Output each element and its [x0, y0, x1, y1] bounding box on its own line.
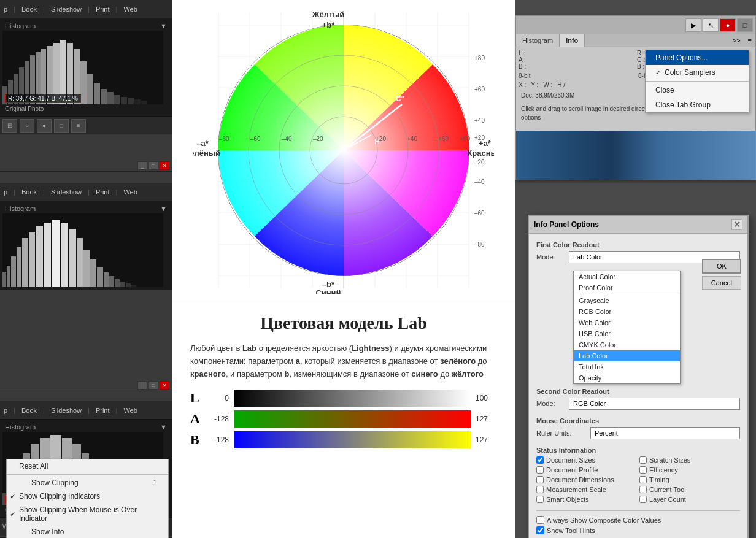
lr-menu-p-3[interactable]: p: [4, 407, 7, 414]
ps-tab-more[interactable]: >>: [729, 34, 744, 47]
lr-menu-print-2[interactable]: Print: [96, 188, 110, 196]
lab-title: Цветовая модель Lab: [190, 313, 497, 333]
close-btn-1[interactable]: ✕: [160, 161, 169, 170]
ruler-units-select[interactable]: Pixels Percent: [590, 427, 740, 439]
lab-bar-max-l: 100: [476, 394, 497, 402]
panel-options-item[interactable]: Panel Options...: [646, 50, 749, 65]
lr-menu-slideshow-3[interactable]: Slideshow: [51, 407, 82, 414]
svg-text:+20: +20: [474, 134, 485, 141]
tool-dot-1[interactable]: ●: [37, 119, 52, 133]
svg-rect-37: [83, 250, 90, 287]
color-samplers-item[interactable]: ✓ Color Samplers: [646, 65, 749, 80]
close-btn-2[interactable]: ✕: [160, 381, 169, 390]
lr-strip-1: p | Book | Slideshow | Print | Web Histo…: [0, 0, 172, 172]
lr-menu-p-2[interactable]: p: [4, 188, 7, 196]
info-panel-options-dialog: Info Panel Options ✕ First Color Readout…: [528, 215, 749, 538]
cb-meas-scale-input[interactable]: [536, 486, 544, 493]
show-tool-hints-input[interactable]: [536, 526, 544, 534]
ctx-reset-all[interactable]: Reset All: [7, 459, 168, 473]
close-item[interactable]: Close: [646, 83, 749, 98]
svg-text:–60: –60: [474, 210, 485, 217]
dropdown-hsb-color[interactable]: HSB Color: [574, 328, 680, 339]
dropdown-rgb-color[interactable]: RGB Color: [574, 306, 680, 317]
lr-menu-book-1[interactable]: Book: [21, 6, 37, 13]
tool-circle-1[interactable]: ○: [20, 119, 34, 133]
dropdown-total-ink[interactable]: Total Ink: [574, 361, 680, 372]
tool-square-1[interactable]: □: [54, 119, 69, 133]
lr-menu-book-3[interactable]: Book: [21, 407, 37, 414]
svg-text:Жёлтый: Жёлтый: [312, 10, 345, 19]
lr-menu-print-3[interactable]: Print: [96, 407, 110, 414]
ok-button[interactable]: OK: [702, 259, 741, 274]
mode-label-1: Mode:: [536, 253, 564, 261]
ps-red-btn[interactable]: ●: [720, 18, 736, 32]
cb-doc-profile-input[interactable]: [536, 466, 544, 474]
dialog-close-btn[interactable]: ✕: [731, 219, 742, 230]
cb-timing-input[interactable]: [639, 476, 647, 483]
ctx-show-clipping-mouse[interactable]: Show Clipping When Mouse is Over Indicat…: [7, 503, 168, 525]
cb-layer-count-input[interactable]: [639, 496, 647, 503]
minimize-btn-1[interactable]: _: [137, 161, 147, 170]
restore-btn-1[interactable]: □: [148, 161, 158, 170]
cb-current-tool-input[interactable]: [639, 486, 647, 493]
cb-doc-dimensions-input[interactable]: [536, 476, 544, 483]
cb-efficiency-input[interactable]: [639, 466, 647, 474]
lr-menu-web-2[interactable]: Web: [123, 188, 137, 196]
histogram-panel-2: Histogram ▼: [0, 201, 172, 290]
lr-menu-p-1[interactable]: p: [4, 6, 7, 13]
lab-bar-max-a: 127: [476, 415, 497, 423]
dropdown-proof-color[interactable]: Proof Color: [574, 282, 680, 293]
dropdown-web-color[interactable]: Web Color: [574, 317, 680, 328]
ctx-show-clipping-indicators-label: Show Clipping Indicators: [19, 492, 100, 501]
cb-scratch-sizes-input[interactable]: [639, 456, 647, 464]
cb-doc-sizes-input[interactable]: [536, 456, 544, 464]
tool-grid-1[interactable]: ⊞: [2, 119, 17, 133]
restore-btn-2[interactable]: □: [148, 381, 158, 390]
histogram-dropdown-1[interactable]: ▼: [160, 22, 167, 29]
minimize-btn-2[interactable]: _: [137, 381, 147, 390]
dropdown-grayscale[interactable]: Grayscale: [574, 295, 680, 306]
dropdown-opacity[interactable]: Opacity: [574, 372, 680, 383]
svg-text:+80: +80: [474, 55, 485, 61]
ctx-show-info[interactable]: Show Info: [7, 525, 168, 538]
lr-menu-book-2[interactable]: Book: [21, 188, 37, 196]
panel-dropdown-sep: [646, 81, 749, 82]
ps-gray-btn[interactable]: □: [737, 18, 753, 32]
ctx-show-clipping-indicators[interactable]: Show Clipping Indicators: [7, 490, 168, 503]
lr-menu-web-3[interactable]: Web: [123, 407, 137, 414]
ctx-show-clipping[interactable]: Show Clipping J: [7, 476, 168, 490]
lab-bar-row-l: L 0 100: [190, 390, 497, 407]
svg-text:–20: –20: [474, 159, 485, 166]
dialog-divider-1: [536, 510, 740, 511]
lr-menu-print-1[interactable]: Print: [96, 6, 110, 13]
ps-panel-menu[interactable]: ≡: [744, 34, 755, 47]
cb-efficiency-label: Efficiency: [649, 466, 678, 474]
always-show-input[interactable]: [536, 516, 544, 524]
close-tab-group-item[interactable]: Close Tab Group: [646, 98, 749, 112]
histogram-dropdown-3[interactable]: ▼: [160, 423, 167, 431]
tool-bars-1[interactable]: ≡: [71, 119, 86, 133]
lab-bar-label-a: A: [190, 411, 202, 427]
svg-rect-41: [109, 276, 114, 287]
ps-tab-info[interactable]: Info: [560, 34, 585, 47]
svg-rect-25: [2, 272, 6, 287]
svg-text:Красный: Красный: [467, 148, 494, 158]
ps-tab-histogram[interactable]: Histogram: [516, 34, 560, 47]
dropdown-cmyk-color[interactable]: CMYK Color: [574, 339, 680, 350]
histogram-header-1: Histogram ▼: [2, 21, 169, 31]
cb-layer-count-label: Layer Count: [649, 496, 686, 503]
svg-rect-46: [137, 286, 142, 287]
ps-label-l: L :: [519, 50, 634, 56]
histogram-dropdown-2[interactable]: ▼: [160, 205, 167, 212]
lr-menu-web-1[interactable]: Web: [123, 6, 137, 13]
dropdown-sep-1: [574, 294, 680, 294]
second-mode-select[interactable]: Actual Color RGB Color: [569, 398, 740, 410]
ps-play-btn[interactable]: ▶: [685, 18, 701, 32]
lr-menu-slideshow-1[interactable]: Slideshow: [51, 6, 82, 13]
cb-smart-objects-input[interactable]: [536, 496, 544, 503]
cancel-button[interactable]: Cancel: [702, 276, 741, 290]
ps-cursor-btn[interactable]: ↖: [703, 18, 719, 32]
lr-menu-slideshow-2[interactable]: Slideshow: [51, 188, 82, 196]
dropdown-actual-color[interactable]: Actual Color: [574, 271, 680, 282]
dropdown-lab-color[interactable]: Lab Color: [574, 350, 680, 361]
